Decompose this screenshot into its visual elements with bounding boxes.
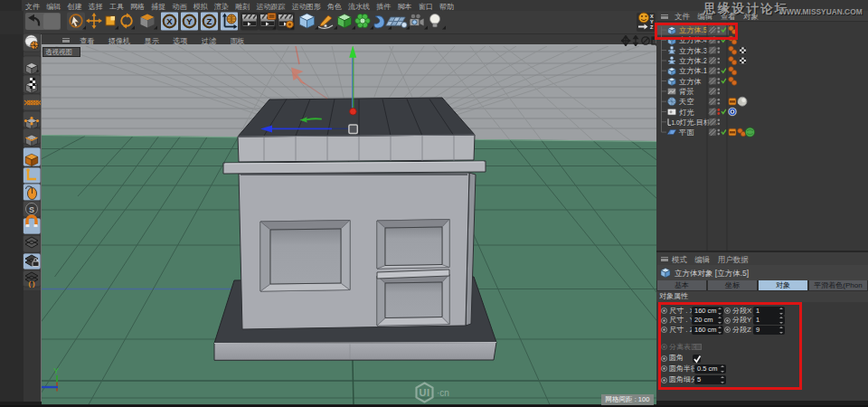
svg-text:·cn: ·cn: [437, 388, 449, 398]
svg-text:天空: 天空: [679, 98, 693, 106]
svg-text:UI: UI: [420, 387, 430, 398]
svg-text:S: S: [29, 205, 34, 214]
svg-text:立方体.2: 立方体.2: [679, 57, 708, 65]
svg-text:X: X: [166, 16, 173, 26]
svg-text:Y: Y: [186, 16, 193, 26]
svg-text:立方体.3: 立方体.3: [679, 47, 708, 55]
svg-text:背景: 背景: [679, 88, 693, 96]
svg-text:平面: 平面: [678, 128, 694, 137]
svg-text:Y: Y: [53, 366, 59, 375]
svg-text:灯光: 灯光: [679, 109, 694, 117]
svg-text:Z: Z: [207, 16, 212, 26]
svg-text:立方体: 立方体: [679, 78, 702, 86]
svg-text:( ): ( ): [28, 279, 35, 288]
svg-text:立方体.1: 立方体.1: [679, 67, 708, 75]
